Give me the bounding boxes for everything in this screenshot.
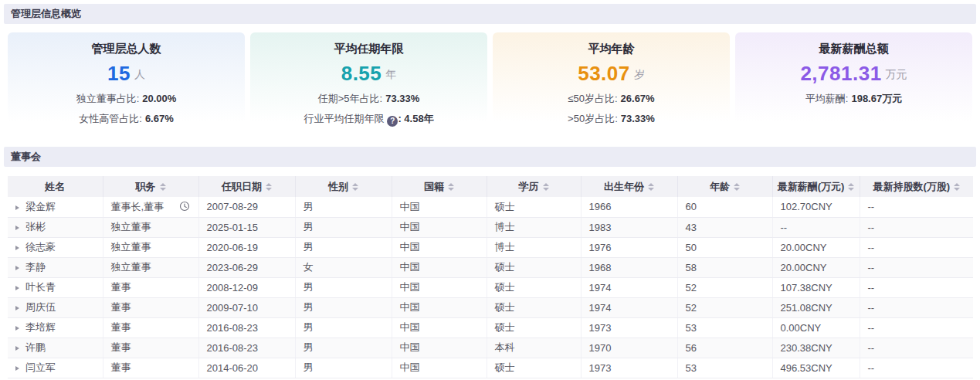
stat-card-unit: 岁 [634, 65, 645, 82]
cell-education: 硕士 [487, 317, 581, 338]
stat-card-subline: 独立董事占比:20.00% [8, 90, 245, 107]
caret-right-icon[interactable] [15, 346, 19, 351]
stat-card-total-members: 管理层总人数 15 人 独立董事占比:20.00% 女性高管占比:6.67% [8, 32, 245, 130]
cell-age: 56 [677, 338, 772, 358]
cell-nationality: 中国 [392, 358, 487, 378]
column-header-sortable[interactable]: 学历 [487, 176, 581, 197]
cell-salary: 20.00CNY [772, 257, 860, 277]
column-header-sortable[interactable]: 国籍 [392, 176, 487, 197]
cell-position: 独立董事 [103, 217, 198, 237]
column-header-label: 姓名 [45, 180, 65, 194]
column-header-sortable[interactable]: 年龄 [677, 176, 772, 197]
cell-shares: -- [860, 338, 973, 358]
cell-name: 闫立军 [8, 358, 103, 378]
cell-birth-year: 1976 [581, 237, 677, 257]
position-label: 董事长,董事 [111, 201, 164, 212]
stat-card-value: 2,781.31 [800, 62, 881, 86]
member-name: 李静 [25, 261, 46, 273]
sort-carets-icon[interactable] [352, 183, 358, 191]
member-name: 李培辉 [25, 321, 56, 333]
cell-shares: -- [860, 217, 973, 237]
table-row: 闫立军董事2014-06-20男中国硕士197353496.53CNY-- [8, 358, 973, 378]
stat-card-unit: 万元 [886, 65, 907, 82]
cell-name: 徐志豪 [8, 237, 103, 257]
cell-birth-year: 1983 [581, 217, 677, 237]
column-header-sortable[interactable]: 职务 [103, 176, 198, 197]
sort-carets-icon[interactable] [648, 183, 654, 191]
cell-start-date: 2014-06-20 [198, 358, 295, 378]
cell-salary: 0.00CNY [772, 317, 860, 338]
column-header-sortable[interactable]: 性别 [295, 176, 392, 197]
clock-icon[interactable] [179, 201, 190, 212]
cell-shares: -- [860, 277, 973, 297]
cell-start-date: 2025-01-15 [198, 217, 295, 237]
column-header-label: 最新持股数(万股) [873, 180, 950, 194]
board-section-bar: 董事会 [4, 147, 976, 167]
cell-shares: -- [860, 237, 973, 257]
cell-education: 硕士 [487, 257, 581, 277]
sort-carets-icon[interactable] [448, 183, 454, 191]
cell-shares: -- [860, 317, 973, 338]
sort-carets-icon[interactable] [734, 183, 740, 191]
cell-nationality: 中国 [392, 197, 487, 217]
stat-card-title: 管理层总人数 [8, 42, 245, 56]
caret-right-icon[interactable] [15, 306, 19, 310]
member-name: 闫立军 [25, 361, 56, 373]
cell-education: 硕士 [487, 277, 581, 297]
position-label: 董事 [111, 361, 131, 373]
cell-age: 53 [677, 317, 772, 338]
stat-card-subline: 任期>5年占比:73.33% [250, 90, 487, 107]
caret-right-icon[interactable] [15, 266, 19, 270]
column-header-sortable[interactable]: 最新薪酬(万元) [772, 176, 860, 197]
caret-right-icon[interactable] [15, 326, 19, 331]
stat-card-subline: 平均薪酬:198.67万元 [735, 90, 972, 107]
cell-name: 周庆伍 [8, 297, 103, 317]
caret-right-icon[interactable] [15, 246, 19, 250]
cell-salary: 251.08CNY [772, 297, 860, 317]
stat-card-subline: ≤50岁占比:26.67% [493, 90, 730, 107]
stat-card-title: 最新薪酬总额 [735, 42, 972, 56]
question-mark-icon[interactable]: ? [387, 116, 398, 127]
cell-age: 53 [677, 358, 772, 378]
caret-right-icon[interactable] [15, 286, 19, 290]
column-header-sortable[interactable]: 出生年份 [581, 176, 677, 197]
caret-right-icon[interactable] [15, 205, 19, 210]
cell-start-date: 2023-06-29 [198, 257, 295, 277]
cell-shares: -- [860, 257, 973, 277]
table-row: 梁金辉董事长,董事2007-08-29男中国硕士196660102.70CNY-… [8, 197, 973, 217]
caret-right-icon[interactable] [15, 366, 19, 371]
table-row: 周庆伍董事2009-07-10男中国硕士197452251.08CNY-- [8, 297, 973, 317]
sort-carets-icon[interactable] [954, 183, 960, 191]
stat-card-total-salary: 最新薪酬总额 2,781.31 万元 平均薪酬:198.67万元 [735, 32, 972, 130]
caret-right-icon[interactable] [15, 226, 19, 230]
board-table-head: 姓名职务任职日期性别国籍学历出生年份年龄最新薪酬(万元)最新持股数(万股) [8, 176, 973, 197]
cell-nationality: 中国 [392, 317, 487, 338]
stat-card-subline: >50岁占比:73.33% [493, 110, 730, 127]
cell-gender: 男 [295, 277, 392, 297]
column-header-sortable[interactable]: 最新持股数(万股) [860, 176, 973, 197]
cell-position: 董事 [103, 297, 198, 317]
sort-carets-icon[interactable] [848, 183, 854, 191]
cell-education: 博士 [487, 237, 581, 257]
cell-position: 独立董事 [103, 257, 198, 277]
cell-position: 独立董事 [103, 237, 198, 257]
stat-card-avg-age: 平均年龄 53.07 岁 ≤50岁占比:26.67% >50岁占比:73.33% [493, 32, 730, 130]
position-label: 董事 [111, 301, 131, 313]
cell-age: 52 [677, 277, 772, 297]
board-table-wrap: 姓名职务任职日期性别国籍学历出生年份年龄最新薪酬(万元)最新持股数(万股) 梁金… [8, 176, 972, 378]
cell-name: 梁金辉 [8, 197, 103, 217]
cell-start-date: 2007-08-29 [198, 197, 295, 217]
sort-carets-icon[interactable] [266, 183, 272, 191]
sort-carets-icon[interactable] [160, 183, 166, 191]
column-header-sortable[interactable]: 任职日期 [198, 176, 295, 197]
cell-birth-year: 1973 [581, 317, 677, 338]
cell-salary: 20.00CNY [772, 237, 860, 257]
table-row: 许鹏董事2016-08-23男中国本科197056230.38CNY-- [8, 338, 973, 358]
cell-gender: 男 [295, 217, 392, 237]
cell-age: 43 [677, 217, 772, 237]
stat-card-subline-industry: 行业平均任期年限?: 4.58年 [250, 110, 487, 127]
member-name: 周庆伍 [25, 301, 56, 313]
management-info-page: 管理层信息概览 管理层总人数 15 人 独立董事占比:20.00% 女性高管占比… [0, 0, 980, 378]
sort-carets-icon[interactable] [543, 183, 549, 191]
cell-gender: 男 [295, 338, 392, 358]
